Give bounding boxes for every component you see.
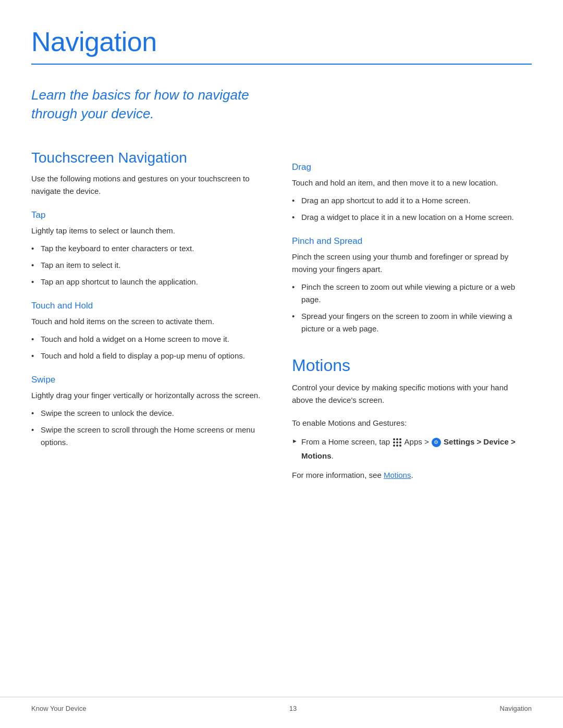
touch-and-hold-heading: Touch and Hold (31, 301, 261, 311)
for-more-line: For more information, see Motions. (292, 469, 521, 482)
list-item: Spread your fingers on the screen to zoo… (292, 310, 521, 335)
motions-section: Motions Control your device by making sp… (292, 356, 521, 482)
footer-right-text: Navigation (500, 705, 532, 712)
settings-icon: ⚙ (432, 438, 441, 447)
apps-icon (393, 438, 401, 447)
pinch-and-spread-list: Pinch the screen to zoom out while viewi… (292, 281, 521, 335)
touchscreen-navigation-heading: Touchscreen Navigation (31, 150, 261, 166)
footer-left-text: Know Your Device (31, 705, 87, 712)
list-item: Drag a widget to place it in a new locat… (292, 211, 521, 224)
list-item: Swipe the screen to scroll through the H… (31, 424, 261, 449)
settings-label: Settings (444, 437, 474, 446)
list-item: Tap the keyboard to enter characters or … (31, 242, 261, 255)
motions-description: Control your device by making specific m… (292, 381, 521, 406)
main-content: Touchscreen Navigation Use the following… (31, 150, 532, 482)
drag-list: Drag an app shortcut to add it to a Home… (292, 194, 521, 224)
right-column: Drag Touch and hold an item, and then mo… (292, 150, 521, 482)
page-title: Navigation (31, 26, 532, 57)
for-more-post: . (411, 471, 413, 479)
touch-and-hold-list: Touch and hold a widget on a Home screen… (31, 333, 261, 362)
from-home-screen-line: From a Home screen, tap Apps > ⚙ Setting… (292, 435, 521, 463)
list-item: Swipe the screen to unlock the device. (31, 407, 261, 419)
drag-description: Touch and hold an item, and then move it… (292, 177, 521, 189)
pinch-and-spread-description: Pinch the screen using your thumb and fo… (292, 251, 521, 276)
tap-heading: Tap (31, 210, 261, 220)
tap-description: Lightly tap items to select or launch th… (31, 225, 261, 237)
list-item: Touch and hold a field to display a pop-… (31, 350, 261, 362)
intro-text: Learn the basics for how to navigate thr… (31, 85, 250, 124)
footer-page-number: 13 (289, 705, 297, 712)
page-footer: Know Your Device 13 Navigation (0, 697, 563, 712)
pinch-and-spread-heading: Pinch and Spread (292, 236, 521, 246)
motions-heading: Motions (292, 356, 521, 375)
from-text: From a Home screen, tap (301, 437, 390, 446)
drag-heading: Drag (292, 162, 521, 172)
list-item: Touch and hold a widget on a Home screen… (31, 333, 261, 346)
apps-label: Apps (405, 437, 422, 446)
tap-list: Tap the keyboard to enter characters or … (31, 242, 261, 288)
enable-motions-text: To enable Motions and Gestures: (292, 417, 521, 429)
left-column: Touchscreen Navigation Use the following… (31, 150, 261, 482)
for-more-pre: For more information, see (292, 471, 382, 479)
list-item: Tap an item to select it. (31, 259, 261, 272)
swipe-description: Lightly drag your finger vertically or h… (31, 389, 261, 402)
list-item: Pinch the screen to zoom out while viewi… (292, 281, 521, 306)
swipe-heading: Swipe (31, 375, 261, 385)
touch-and-hold-description: Touch and hold items on the screen to ac… (31, 315, 261, 328)
list-item: Drag an app shortcut to add it to a Home… (292, 194, 521, 207)
motions-link[interactable]: Motions (384, 471, 411, 479)
title-divider (31, 64, 532, 65)
swipe-list: Swipe the screen to unlock the device. S… (31, 407, 261, 449)
touchscreen-navigation-description: Use the following motions and gestures o… (31, 172, 261, 198)
list-item: Tap an app shortcut to launch the applic… (31, 276, 261, 288)
